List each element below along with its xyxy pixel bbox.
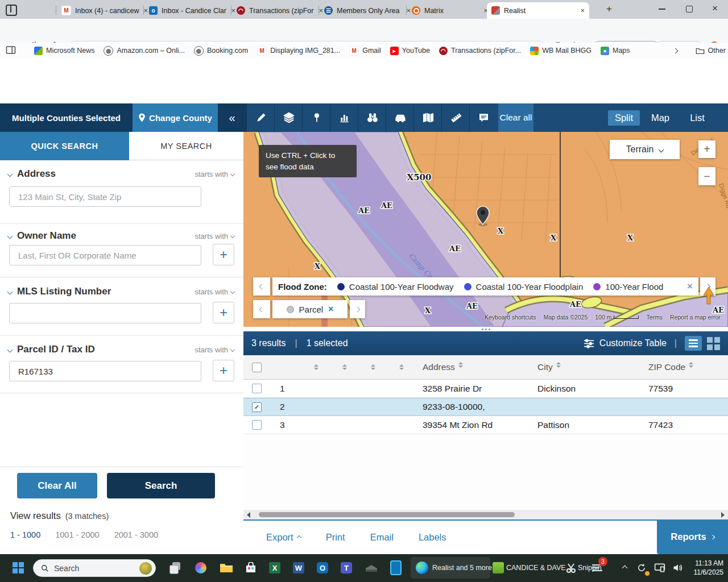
outlook-icon[interactable]: O — [316, 561, 329, 575]
bookmark[interactable]: ●Maps — [601, 47, 630, 55]
ms-store-icon[interactable] — [244, 561, 258, 575]
basemap-selector[interactable]: Terrain — [610, 140, 680, 159]
phone-link-icon[interactable] — [389, 561, 403, 575]
export-button[interactable]: Export — [266, 532, 301, 543]
map-pin-button[interactable] — [302, 103, 330, 132]
table-row[interactable]: 1 3258 Prairie Dr Dickinson 77539 — [243, 380, 728, 398]
zoom-in-button[interactable]: + — [698, 140, 715, 158]
comments-button[interactable] — [469, 103, 498, 132]
owner-name-input[interactable] — [9, 245, 201, 265]
operator-dropdown[interactable]: starts with — [195, 346, 234, 354]
window-close-button[interactable]: × — [712, 3, 718, 14]
mls-number-input[interactable] — [9, 303, 201, 323]
column-header-zip[interactable]: ZIP Code — [642, 362, 727, 372]
view-toggle-map[interactable]: Map — [646, 103, 675, 132]
legend-prev-button[interactable] — [253, 277, 270, 296]
split-drag-handle[interactable] — [243, 327, 728, 331]
bookmark[interactable]: ◍Booking.com — [194, 46, 248, 56]
bookmark[interactable]: ◠Transactions (zipFor... — [439, 47, 521, 55]
scrollbar-thumb[interactable] — [259, 512, 515, 517]
task-view-icon[interactable] — [168, 561, 182, 575]
page-range-link[interactable]: 1001 - 2000 — [55, 530, 99, 539]
report-map-error-link[interactable]: Report a map error — [670, 314, 721, 321]
collapse-chevron-icon[interactable] — [7, 289, 13, 294]
horizontal-scrollbar[interactable] — [243, 510, 728, 519]
map-view-button[interactable] — [413, 103, 442, 132]
browser-tab[interactable]: ☰ Members Only Area × — [320, 2, 415, 19]
reports-button[interactable]: Reports — [657, 519, 728, 554]
bookmark[interactable]: ▸YouTube — [390, 47, 430, 55]
browser-tab[interactable]: Matrix × — [407, 2, 493, 19]
grid-view-button[interactable] — [707, 337, 720, 350]
teams-icon[interactable]: T — [340, 561, 353, 575]
column-header-address[interactable]: Address — [414, 362, 528, 372]
taskbar-search[interactable]: Search — [33, 559, 156, 577]
window-minimize-button[interactable] — [659, 9, 665, 10]
bookmark[interactable]: MDisplaying IMG_281... — [257, 46, 340, 56]
edge-icon[interactable] — [415, 561, 429, 575]
email-button[interactable]: Email — [370, 532, 394, 543]
tab-close-icon[interactable]: × — [580, 6, 585, 15]
view-toggle-list[interactable]: List — [682, 103, 712, 132]
search-highlight-image[interactable] — [139, 562, 152, 575]
list-view-button[interactable] — [685, 336, 702, 351]
layer-next-button[interactable] — [350, 300, 365, 318]
snipping-tool-icon[interactable] — [564, 561, 578, 575]
tab-quick-search[interactable]: QUICK SEARCH — [0, 132, 129, 160]
keyboard-shortcuts-link[interactable]: Keyboard shortcuts — [485, 314, 536, 321]
bookmark[interactable]: MGmail — [349, 46, 381, 56]
chart-tool-button[interactable] — [330, 103, 358, 132]
operator-dropdown[interactable]: starts with — [195, 288, 234, 296]
page-range-link[interactable]: 1 - 1000 — [10, 530, 40, 539]
address-input[interactable] — [9, 186, 201, 207]
browser-tab[interactable]: o Inbox - Candice Clar × — [144, 2, 240, 19]
new-tab-button[interactable]: + — [606, 3, 612, 15]
file-explorer-icon[interactable] — [220, 561, 233, 575]
row-checkbox[interactable] — [252, 384, 262, 393]
sticky-note-icon[interactable] — [491, 561, 505, 575]
layer-prev-button[interactable] — [253, 300, 270, 318]
collapse-chevron-icon[interactable] — [7, 233, 13, 239]
print-button[interactable]: Print — [326, 532, 345, 543]
table-row[interactable]: 3 39354 Mt Zion Rd Pattison 77423 — [243, 416, 728, 434]
sortable-column[interactable] — [386, 364, 414, 370]
layers-button[interactable] — [274, 103, 303, 132]
sortable-column[interactable] — [329, 364, 357, 370]
zoom-out-button[interactable]: − — [698, 167, 715, 185]
scanner-icon[interactable] — [365, 561, 378, 575]
operator-dropdown[interactable]: starts with — [195, 170, 234, 178]
window-maximize-button[interactable] — [686, 6, 693, 13]
sticky-note-label[interactable]: CANDICE & DAVE — [506, 564, 566, 572]
legend-close-icon[interactable]: × — [687, 281, 693, 292]
excel-icon[interactable]: X — [268, 561, 282, 575]
tab-actions-icon[interactable] — [6, 5, 17, 16]
row-checkbox-checked[interactable]: ✓ — [252, 402, 262, 412]
measure-ruler-button[interactable] — [441, 103, 470, 132]
collapse-chevron-icon[interactable] — [7, 347, 13, 352]
add-owner-criteria-button[interactable]: + — [213, 244, 234, 265]
sortable-column[interactable] — [300, 364, 329, 370]
change-county-button[interactable]: Change County — [133, 103, 218, 132]
add-mls-criteria-button[interactable]: + — [213, 302, 234, 323]
tab-my-search[interactable]: MY SEARCH — [129, 132, 243, 160]
bookmark[interactable]: WB Mail BHGG — [530, 47, 592, 55]
cast-display-icon[interactable] — [653, 561, 667, 575]
tray-expand-icon[interactable] — [618, 561, 631, 575]
update-tray-icon[interactable] — [635, 561, 648, 575]
search-area-binoculars-button[interactable] — [358, 103, 386, 132]
sortable-column[interactable] — [357, 364, 386, 370]
start-button[interactable] — [11, 561, 25, 575]
bookmark[interactable]: ◍Amazon.com – Onli... — [104, 46, 185, 56]
table-row-selected[interactable]: ✓ 2 9233-08-10000, — [243, 398, 728, 416]
customize-table-icon[interactable] — [584, 339, 594, 348]
browser-tab[interactable]: M Inbox (4) - candicew × — [57, 2, 152, 19]
parcel-layer-chip[interactable]: Parcel × — [272, 300, 348, 318]
operator-dropdown[interactable]: starts with — [195, 232, 234, 240]
search-button[interactable]: Search — [107, 473, 215, 498]
terms-link[interactable]: Terms — [646, 314, 663, 321]
browser-tab[interactable]: ◠ Transactions (zipFor × — [232, 2, 328, 19]
draw-tool-button[interactable] — [246, 103, 275, 132]
select-all-checkbox[interactable] — [252, 363, 262, 372]
scroll-left-arrow[interactable] — [247, 512, 250, 518]
bookmarks-overflow-icon[interactable] — [673, 47, 677, 55]
